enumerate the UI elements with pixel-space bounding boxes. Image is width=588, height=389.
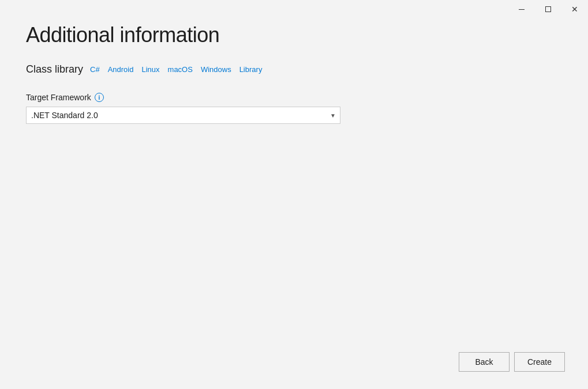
framework-select-wrapper: .NET Standard 2.0 .NET Standard 2.1 .NET…: [26, 107, 340, 124]
bottom-buttons: Back Create: [459, 352, 565, 372]
window: ✕ Additional information Class library C…: [0, 0, 588, 389]
label-row: Target Framework i: [26, 93, 562, 102]
svg-rect-0: [519, 9, 525, 10]
tag-android: Android: [108, 65, 134, 74]
tag-csharp: C#: [90, 65, 100, 74]
tags-list: C# Android Linux macOS Windows Library: [90, 65, 262, 74]
create-button[interactable]: Create: [514, 352, 565, 372]
info-icon: i: [95, 93, 104, 102]
class-library-label: Class library: [26, 63, 83, 75]
framework-label: Target Framework: [26, 93, 91, 102]
maximize-icon: [545, 6, 551, 12]
form-section: Target Framework i .NET Standard 2.0 .NE…: [26, 93, 562, 124]
minimize-button[interactable]: [508, 0, 535, 18]
tag-windows: Windows: [201, 65, 231, 74]
subtitle-row: Class library C# Android Linux macOS Win…: [26, 63, 562, 75]
page-title: Additional information: [26, 23, 562, 47]
title-bar: ✕: [508, 0, 588, 18]
tag-macos: macOS: [168, 65, 193, 74]
close-button[interactable]: ✕: [561, 0, 588, 18]
main-content: Additional information Class library C# …: [0, 0, 588, 147]
maximize-button[interactable]: [535, 0, 561, 18]
framework-select[interactable]: .NET Standard 2.0 .NET Standard 2.1 .NET…: [26, 107, 340, 124]
tag-linux: Linux: [141, 65, 159, 74]
close-icon: ✕: [571, 5, 578, 13]
back-button[interactable]: Back: [459, 352, 510, 372]
tag-library: Library: [239, 65, 263, 74]
